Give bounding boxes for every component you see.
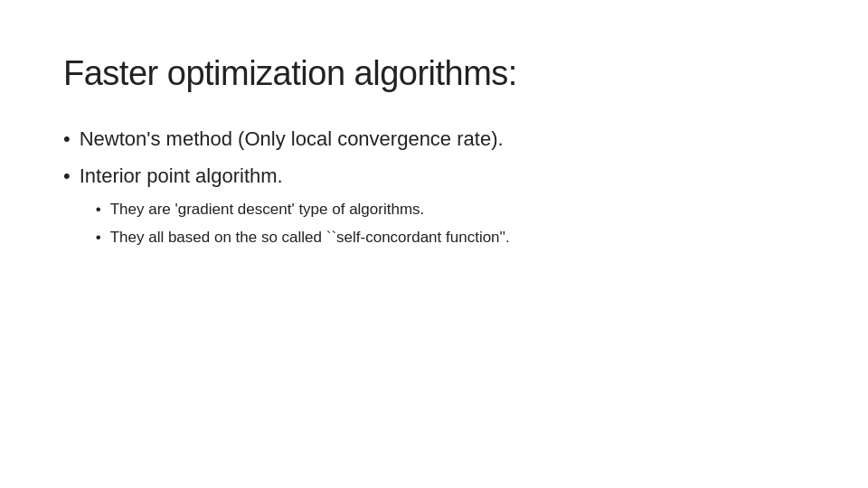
slide: Faster optimization algorithms: • Newton… — [0, 0, 868, 488]
main-bullet-item-2: • Interior point algorithm. • They are '… — [63, 163, 805, 255]
bullet-dot-2: • — [63, 163, 71, 191]
bullet-dot-1: • — [63, 126, 71, 154]
sub-bullet-dot-2: • — [96, 226, 101, 249]
main-bullet-item-1: • Newton's method (Only local convergenc… — [63, 126, 805, 154]
sub-bullet-dot-1: • — [96, 198, 101, 221]
sub-bullet-list: • They are 'gradient descent' type of al… — [96, 198, 510, 249]
sub-bullet-item-1: • They are 'gradient descent' type of al… — [96, 198, 510, 221]
sub-bullet-text-1: They are 'gradient descent' type of algo… — [110, 198, 425, 221]
sub-bullet-text-2: They all based on the so called ``self-c… — [110, 226, 510, 249]
main-bullet-text-2: Interior point algorithm. — [80, 164, 283, 187]
slide-title: Faster optimization algorithms: — [63, 54, 805, 93]
main-bullet-content-2: Interior point algorithm. • They are 'gr… — [80, 163, 510, 255]
main-bullet-list: • Newton's method (Only local convergenc… — [63, 126, 805, 264]
sub-bullet-item-2: • They all based on the so called ``self… — [96, 226, 510, 249]
main-bullet-text-1: Newton's method (Only local convergence … — [80, 126, 504, 154]
